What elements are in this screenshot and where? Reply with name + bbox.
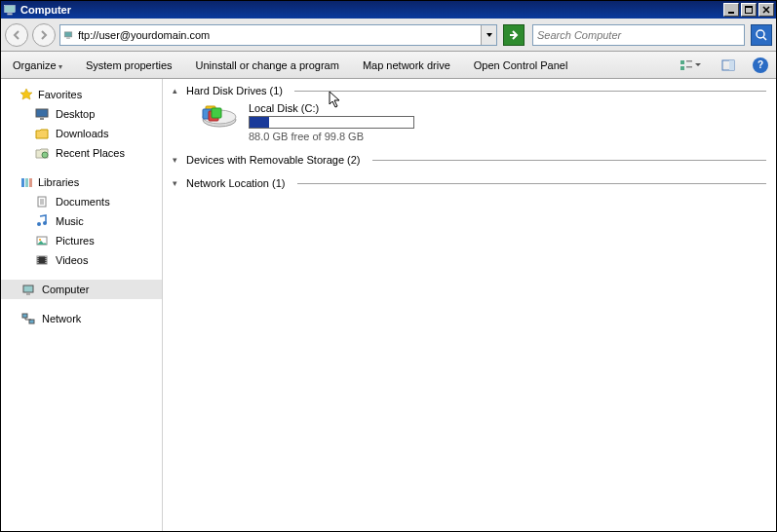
map-network-drive-button[interactable]: Map network drive xyxy=(359,57,454,73)
svg-rect-9 xyxy=(686,60,692,62)
group-divider xyxy=(294,91,766,92)
group-label: Hard Disk Drives (1) xyxy=(186,85,283,96)
network-icon xyxy=(20,311,36,326)
sidebar-item-label: Documents xyxy=(56,196,110,208)
svg-rect-29 xyxy=(29,320,34,323)
navigation-pane: Favorites Desktop Downloads Recent Place… xyxy=(1,79,163,531)
libraries-label: Libraries xyxy=(38,176,79,188)
group-divider xyxy=(372,160,766,161)
music-icon xyxy=(34,213,50,229)
search-button[interactable] xyxy=(751,24,772,46)
favorites-group[interactable]: Favorites xyxy=(1,85,162,104)
system-properties-button[interactable]: System properties xyxy=(82,57,176,73)
svg-rect-6 xyxy=(66,37,70,38)
svg-rect-1 xyxy=(7,14,12,16)
open-control-panel-button[interactable]: Open Control Panel xyxy=(470,57,572,73)
search-box[interactable] xyxy=(532,24,745,46)
caret-up-icon: ▴ xyxy=(173,86,180,95)
organize-menu[interactable]: Organize xyxy=(9,57,66,73)
svg-rect-26 xyxy=(23,285,33,292)
drive-usage-bar xyxy=(249,116,414,129)
svg-point-22 xyxy=(43,221,47,225)
svg-rect-27 xyxy=(26,293,30,295)
group-hard-disk-drives[interactable]: ▴ Hard Disk Drives (1) xyxy=(173,85,766,96)
computer-icon xyxy=(3,3,17,17)
sidebar-item-label: Music xyxy=(56,215,84,227)
forward-button[interactable] xyxy=(32,23,56,47)
sidebar-item-pictures[interactable]: Pictures xyxy=(1,231,162,250)
svg-rect-13 xyxy=(729,60,734,70)
svg-rect-5 xyxy=(64,31,72,36)
svg-point-21 xyxy=(37,222,41,226)
uninstall-program-button[interactable]: Uninstall or change a program xyxy=(192,57,343,73)
sidebar-item-label: Network xyxy=(42,313,81,324)
svg-rect-35 xyxy=(212,108,221,118)
group-removable-storage[interactable]: ▾ Devices with Removable Storage (2) xyxy=(173,154,766,166)
hard-drive-icon xyxy=(200,102,239,133)
change-view-button[interactable] xyxy=(677,57,704,74)
drive-free-space: 88.0 GB free of 99.8 GB xyxy=(249,131,414,142)
address-input[interactable] xyxy=(76,27,481,43)
sidebar-item-network[interactable]: Network xyxy=(1,309,162,328)
sidebar-item-label: Desktop xyxy=(56,108,95,120)
sidebar-item-videos[interactable]: Videos xyxy=(1,250,162,270)
svg-point-24 xyxy=(39,239,41,241)
window-title: Computer xyxy=(20,4,721,16)
close-button[interactable] xyxy=(758,3,774,17)
group-label: Network Location (1) xyxy=(186,177,286,189)
search-input[interactable] xyxy=(533,27,744,43)
svg-rect-2 xyxy=(728,12,734,14)
drive-name: Local Disk (C:) xyxy=(249,102,414,114)
command-bar: Organize System properties Uninstall or … xyxy=(1,52,776,79)
sidebar-item-desktop[interactable]: Desktop xyxy=(1,104,162,124)
svg-point-16 xyxy=(42,152,48,158)
computer-icon xyxy=(60,28,76,42)
svg-rect-0 xyxy=(5,6,16,13)
videos-icon xyxy=(34,252,50,268)
svg-point-7 xyxy=(757,30,764,38)
favorites-label: Favorites xyxy=(38,89,82,100)
star-icon xyxy=(19,87,34,102)
sidebar-item-label: Recent Places xyxy=(56,147,125,159)
address-dropdown[interactable] xyxy=(481,25,496,45)
svg-rect-11 xyxy=(686,66,692,68)
libraries-group[interactable]: Libraries xyxy=(1,172,162,192)
sidebar-item-label: Pictures xyxy=(56,235,95,247)
minimize-button[interactable] xyxy=(723,3,739,17)
sidebar-item-documents[interactable]: Documents xyxy=(1,192,162,211)
help-button[interactable]: ? xyxy=(753,57,768,73)
svg-rect-14 xyxy=(36,109,48,117)
navigation-bar xyxy=(1,19,776,52)
preview-pane-button[interactable] xyxy=(719,57,737,74)
drive-usage-fill xyxy=(250,117,269,128)
sidebar-item-label: Computer xyxy=(42,284,89,295)
address-bar[interactable] xyxy=(59,24,497,46)
libraries-icon xyxy=(19,174,34,190)
svg-rect-18 xyxy=(25,178,28,187)
sidebar-item-computer[interactable]: Computer xyxy=(1,280,162,299)
group-label: Devices with Removable Storage (2) xyxy=(186,154,361,166)
sidebar-item-recent-places[interactable]: Recent Places xyxy=(1,143,162,163)
svg-rect-10 xyxy=(680,66,684,70)
drive-local-disk-c[interactable]: Local Disk (C:) 88.0 GB free of 99.8 GB xyxy=(200,102,766,142)
svg-rect-4 xyxy=(745,6,753,8)
caret-down-icon: ▾ xyxy=(173,178,180,188)
group-network-location[interactable]: ▾ Network Location (1) xyxy=(173,177,766,189)
svg-rect-19 xyxy=(29,178,32,187)
back-button[interactable] xyxy=(5,23,28,47)
go-button[interactable] xyxy=(503,24,524,46)
pictures-icon xyxy=(34,233,50,248)
svg-rect-17 xyxy=(21,178,24,187)
sidebar-item-label: Videos xyxy=(56,254,88,266)
window-titlebar: Computer xyxy=(1,1,776,19)
desktop-icon xyxy=(34,106,50,122)
svg-rect-8 xyxy=(680,60,684,64)
sidebar-item-downloads[interactable]: Downloads xyxy=(1,124,162,143)
svg-rect-28 xyxy=(22,314,27,318)
svg-rect-15 xyxy=(40,118,44,120)
sidebar-item-music[interactable]: Music xyxy=(1,211,162,231)
maximize-button[interactable] xyxy=(741,3,757,17)
recent-icon xyxy=(34,145,50,161)
documents-icon xyxy=(34,194,50,209)
sidebar-item-label: Downloads xyxy=(56,128,108,139)
